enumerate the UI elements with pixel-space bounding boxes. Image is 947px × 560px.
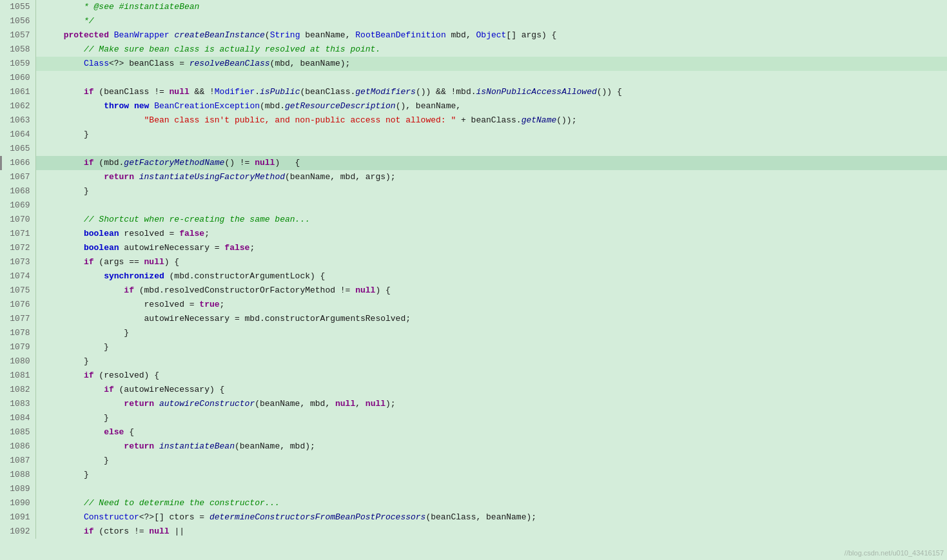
- table-row: 1069: [0, 198, 947, 213]
- line-number: 1061: [0, 85, 35, 99]
- code-content: // Make sure bean class is actually reso…: [35, 43, 947, 57]
- table-row: 1080 }: [0, 354, 947, 369]
- line-number: 1074: [0, 269, 35, 284]
- line-number: 1063: [0, 113, 35, 128]
- table-row: 1063 "Bean class isn't public, and non-p…: [0, 113, 947, 128]
- line-number: 1090: [0, 496, 35, 510]
- watermark: //blog.csdn.net/u010_43416157: [844, 549, 944, 557]
- code-content: if (ctors != null ||: [35, 525, 947, 539]
- line-number: 1078: [0, 326, 35, 340]
- code-content: throw new BeanCreationException(mbd.getR…: [35, 99, 947, 113]
- code-content: */: [35, 14, 947, 28]
- line-number: 1055: [0, 0, 35, 14]
- table-row: 1083 return autowireConstructor(beanName…: [0, 397, 947, 411]
- line-number: 1077: [0, 312, 35, 326]
- table-row: 1066 if (mbd.getFactoryMethodName() != n…: [0, 156, 947, 170]
- line-number: 1087: [0, 454, 35, 468]
- line-number: 1083: [0, 397, 35, 411]
- code-content: [35, 142, 947, 156]
- code-table: 1055 * @see #instantiateBean 1056 */ 105…: [0, 0, 947, 539]
- table-row: 1088 }: [0, 468, 947, 482]
- code-content: Constructor<?>[] ctors = determineConstr…: [35, 510, 947, 525]
- code-content: }: [35, 326, 947, 340]
- line-number: 1071: [0, 227, 35, 241]
- table-row: 1072 boolean autowireNecessary = false;: [0, 241, 947, 255]
- code-content: if (mbd.resolvedConstructorOrFactoryMeth…: [35, 284, 947, 298]
- line-number: 1086: [0, 439, 35, 454]
- code-content: if (args == null) {: [35, 255, 947, 269]
- code-viewer: 1055 * @see #instantiateBean 1056 */ 105…: [0, 0, 947, 560]
- table-row: 1073 if (args == null) {: [0, 255, 947, 269]
- table-row: 1087 }: [0, 454, 947, 468]
- table-row: 1074 synchronized (mbd.constructorArgume…: [0, 269, 947, 284]
- table-row: 1092 if (ctors != null ||: [0, 525, 947, 539]
- table-row: 1061 if (beanClass != null && !Modifier.…: [0, 85, 947, 99]
- table-row: 1058 // Make sure bean class is actually…: [0, 43, 947, 57]
- table-row: 1091 Constructor<?>[] ctors = determineC…: [0, 510, 947, 525]
- table-row: 1077 autowireNecessary = mbd.constructor…: [0, 312, 947, 326]
- table-row: 1065: [0, 142, 947, 156]
- line-number: 1091: [0, 510, 35, 525]
- table-row: 1085 else {: [0, 425, 947, 439]
- line-number: 1066: [0, 156, 35, 170]
- line-number: 1057: [0, 28, 35, 43]
- code-content: "Bean class isn't public, and non-public…: [35, 113, 947, 128]
- code-content: }: [35, 184, 947, 198]
- line-number: 1075: [0, 284, 35, 298]
- line-number: 1069: [0, 198, 35, 213]
- table-row: 1075 if (mbd.resolvedConstructorOrFactor…: [0, 284, 947, 298]
- code-content: synchronized (mbd.constructorArgumentLoc…: [35, 269, 947, 284]
- line-number: 1082: [0, 383, 35, 397]
- table-row: 1070 // Shortcut when re-creating the sa…: [0, 213, 947, 227]
- table-row: 1086 return instantiateBean(beanName, mb…: [0, 439, 947, 454]
- code-content: }: [35, 411, 947, 425]
- table-row: 1060: [0, 71, 947, 85]
- code-content: if (resolved) {: [35, 369, 947, 383]
- table-row: 1079 }: [0, 340, 947, 354]
- line-number: 1058: [0, 43, 35, 57]
- code-content: }: [35, 454, 947, 468]
- table-row: 1064 }: [0, 128, 947, 142]
- code-content: }: [35, 128, 947, 142]
- line-number: 1060: [0, 71, 35, 85]
- table-row: 1090 // Need to determine the constructo…: [0, 496, 947, 510]
- code-content: if (mbd.getFactoryMethodName() != null) …: [35, 156, 947, 170]
- table-row: 1067 return instantiateUsingFactoryMetho…: [0, 170, 947, 184]
- code-content: [35, 482, 947, 496]
- line-number: 1092: [0, 525, 35, 539]
- code-content: return instantiateUsingFactoryMethod(bea…: [35, 170, 947, 184]
- code-content: return instantiateBean(beanName, mbd);: [35, 439, 947, 454]
- code-content: resolved = true;: [35, 298, 947, 312]
- code-content: return autowireConstructor(beanName, mbd…: [35, 397, 947, 411]
- code-content: if (beanClass != null && !Modifier.isPub…: [35, 85, 947, 99]
- line-number: 1065: [0, 142, 35, 156]
- table-row: 1056 */: [0, 14, 947, 28]
- line-number: 1079: [0, 340, 35, 354]
- table-row: 1068 }: [0, 184, 947, 198]
- code-content: [35, 198, 947, 213]
- table-row: 1055 * @see #instantiateBean: [0, 0, 947, 14]
- code-content: boolean resolved = false;: [35, 227, 947, 241]
- code-content: }: [35, 340, 947, 354]
- line-number: 1084: [0, 411, 35, 425]
- code-content: if (autowireNecessary) {: [35, 383, 947, 397]
- table-row: 1089: [0, 482, 947, 496]
- line-number: 1072: [0, 241, 35, 255]
- code-content: Class<?> beanClass = resolveBeanClass(mb…: [35, 57, 947, 71]
- table-row: 1081 if (resolved) {: [0, 369, 947, 383]
- table-row: 1082 if (autowireNecessary) {: [0, 383, 947, 397]
- table-row: 1071 boolean resolved = false;: [0, 227, 947, 241]
- line-number: 1088: [0, 468, 35, 482]
- code-content: protected BeanWrapper createBeanInstance…: [35, 28, 947, 43]
- table-row: 1057 protected BeanWrapper createBeanIns…: [0, 28, 947, 43]
- line-number: 1056: [0, 14, 35, 28]
- code-content: // Shortcut when re-creating the same be…: [35, 213, 947, 227]
- table-row: 1059 Class<?> beanClass = resolveBeanCla…: [0, 57, 947, 71]
- line-number: 1089: [0, 482, 35, 496]
- code-content: [35, 71, 947, 85]
- code-content: // Need to determine the constructor...: [35, 496, 947, 510]
- line-number: 1059: [0, 57, 35, 71]
- line-number: 1068: [0, 184, 35, 198]
- code-content: }: [35, 354, 947, 369]
- line-number: 1073: [0, 255, 35, 269]
